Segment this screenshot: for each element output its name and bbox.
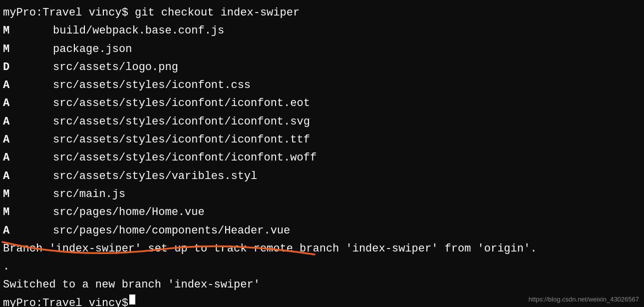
file-path-11: src/pages/home/Home.vue (18, 204, 205, 222)
cursor (129, 294, 135, 304)
status-m-1: M (3, 22, 18, 40)
status-a-3: A (3, 113, 18, 131)
terminal-line-3: D src/assets/logo.png (3, 58, 641, 76)
annotation-svg (0, 232, 349, 262)
terminal-line-5: A src/assets/styles/iconfont/iconfont.eo… (3, 94, 641, 112)
terminal-line-7: A src/assets/styles/iconfont/iconfont.tt… (3, 131, 641, 149)
command-text: myPro:Travel vincy$ git checkout index-s… (3, 4, 300, 22)
terminal-window: myPro:Travel vincy$ git checkout index-s… (0, 0, 644, 307)
status-a-5: A (3, 149, 18, 167)
file-path-8: src/assets/styles/iconfont/iconfont.woff (18, 149, 317, 167)
terminal-switched-line: Switched to a new branch 'index-swiper' (3, 276, 641, 294)
status-a-1: A (3, 76, 18, 94)
prompt-text: myPro:Travel vincy$ (3, 294, 128, 307)
status-a-4: A (3, 131, 18, 149)
watermark: https://blog.csdn.net/weixin_43026567 (529, 296, 639, 303)
status-d-1: D (3, 58, 18, 76)
status-m-4: M (3, 204, 18, 222)
terminal-line-4: A src/assets/styles/iconfont.css (3, 76, 641, 94)
terminal-line-9: A src/assets/styles/varibles.styl (3, 168, 641, 186)
file-path-9: src/assets/styles/varibles.styl (18, 168, 257, 186)
file-path-4: src/assets/styles/iconfont.css (18, 76, 251, 94)
file-path-7: src/assets/styles/iconfont/iconfont.ttf (18, 131, 310, 149)
file-path-1: build/webpack.base.conf.js (18, 22, 224, 40)
terminal-line-10: M src/main.js (3, 186, 641, 204)
terminal-line-1: M build/webpack.base.conf.js (3, 22, 641, 40)
status-a-6: A (3, 168, 18, 186)
file-path-3: src/assets/logo.png (18, 58, 178, 76)
terminal-line-2: M package.json (3, 40, 641, 58)
file-path-6: src/assets/styles/iconfont/iconfont.svg (18, 113, 310, 131)
status-a-2: A (3, 94, 18, 112)
terminal-line-11: M src/pages/home/Home.vue (3, 204, 641, 222)
terminal-line-8: A src/assets/styles/iconfont/iconfont.wo… (3, 149, 641, 167)
file-path-10: src/main.js (18, 186, 125, 204)
terminal-line-command: myPro:Travel vincy$ git checkout index-s… (3, 4, 641, 22)
file-path-2: package.json (18, 40, 132, 58)
switched-text: Switched to a new branch 'index-swiper' (3, 276, 260, 294)
terminal-line-6: A src/assets/styles/iconfont/iconfont.sv… (3, 113, 641, 131)
status-m-3: M (3, 186, 18, 204)
status-m-2: M (3, 40, 18, 58)
file-path-5: src/assets/styles/iconfont/iconfont.eot (18, 94, 310, 112)
